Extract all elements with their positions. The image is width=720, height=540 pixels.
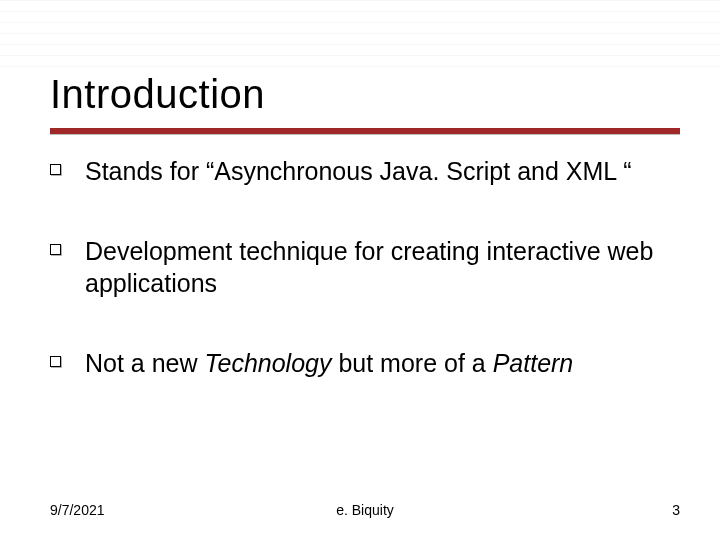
footer-center: e. Biquity bbox=[50, 502, 680, 518]
footer-date: 9/7/2021 bbox=[50, 502, 105, 518]
footer-page-number: 3 bbox=[672, 502, 680, 518]
bullet-text: Not a new Technology but more of a Patte… bbox=[85, 347, 573, 379]
footer: 9/7/2021 e. Biquity 3 bbox=[50, 502, 680, 518]
square-bullet-icon bbox=[50, 164, 61, 175]
top-ruling bbox=[0, 0, 720, 72]
slide: Introduction Stands for “Asynchronous Ja… bbox=[0, 0, 720, 540]
title-rule-light bbox=[50, 134, 680, 135]
list-item: Stands for “Asynchronous Java. Script an… bbox=[50, 155, 680, 187]
bullet-list: Stands for “Asynchronous Java. Script an… bbox=[50, 155, 680, 480]
square-bullet-icon bbox=[50, 356, 61, 367]
square-bullet-icon bbox=[50, 244, 61, 255]
bullet-text: Development technique for creating inter… bbox=[85, 235, 680, 299]
bullet-text: Stands for “Asynchronous Java. Script an… bbox=[85, 155, 632, 187]
list-item: Development technique for creating inter… bbox=[50, 235, 680, 299]
list-item: Not a new Technology but more of a Patte… bbox=[50, 347, 680, 379]
slide-title: Introduction bbox=[50, 72, 265, 117]
